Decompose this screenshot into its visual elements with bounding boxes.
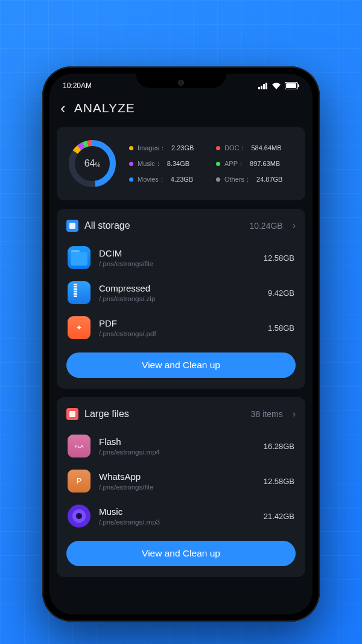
section-card: All storage 10.24GB › DCIM /.pns/estrong… bbox=[57, 209, 305, 389]
screen: 10:20AM ‹ ANALYZE bbox=[49, 74, 313, 614]
legend-label: Others： bbox=[224, 175, 251, 184]
phone-frame: 10:20AM ‹ ANALYZE bbox=[42, 66, 320, 622]
file-info: WhatsApp /.pns/estrongs/file bbox=[99, 471, 255, 491]
file-path: /.pns/estrongs/file bbox=[99, 483, 255, 491]
file-name: PDF bbox=[99, 318, 259, 328]
battery-icon bbox=[285, 82, 299, 89]
legend-dot-icon bbox=[129, 177, 133, 182]
legend-value: 8.34GB bbox=[167, 160, 189, 167]
legend-value: 4.23GB bbox=[171, 176, 193, 183]
section-meta: 10.24GB bbox=[249, 221, 282, 231]
legend-dot-icon bbox=[216, 146, 220, 150]
section-card: Large files 38 items › FLA Flash /.pns/e… bbox=[57, 397, 305, 577]
wifi-icon bbox=[272, 82, 281, 89]
legend-item: APP：897.63MB bbox=[216, 159, 296, 168]
legend-label: Images： bbox=[138, 144, 166, 153]
file-info: PDF /.pns/estrongs/.pdf bbox=[99, 318, 259, 337]
legend-value: 584.64MB bbox=[251, 144, 281, 151]
section-header[interactable]: Large files 38 items › bbox=[66, 408, 296, 420]
file-path: /.pns/estrongs/file bbox=[99, 260, 255, 267]
section-icon bbox=[66, 408, 78, 420]
legend-item: Images：2.23GB bbox=[129, 144, 209, 153]
svg-rect-15 bbox=[69, 411, 75, 417]
file-path: /.pns/estrongs/.pdf bbox=[99, 330, 259, 337]
file-path: /.pns/estrongs/.mp4 bbox=[99, 448, 255, 456]
file-name: Compressed bbox=[99, 283, 259, 293]
file-item[interactable]: P WhatsApp /.pns/estrongs/file 12.58GB bbox=[66, 464, 296, 499]
storage-donut-chart: 64% bbox=[66, 138, 118, 190]
storage-chart-card: 64% Images：2.23GBDOC：584.64MBMusic：8.34G… bbox=[57, 127, 305, 200]
file-item[interactable]: Compressed /.pns/estrongs/.zip 9.42GB bbox=[66, 275, 296, 310]
legend-value: 897.63MB bbox=[250, 160, 280, 167]
legend-item: DOC：584.64MB bbox=[216, 144, 296, 153]
legend-item: Music：8.34GB bbox=[129, 159, 209, 168]
header: ‹ ANALYZE bbox=[49, 94, 313, 127]
file-path: /.pns/estrongs/.zip bbox=[99, 295, 259, 302]
svg-rect-6 bbox=[298, 84, 299, 88]
legend-dot-icon bbox=[129, 162, 133, 166]
chevron-right-icon: › bbox=[293, 409, 296, 419]
file-size: 12.58GB bbox=[264, 253, 294, 263]
section-icon bbox=[66, 220, 78, 232]
legend-label: APP： bbox=[224, 159, 244, 168]
legend-dot-icon bbox=[129, 146, 133, 150]
file-path: /.pns/estrongs/.mp3 bbox=[99, 518, 255, 526]
file-item[interactable]: DCIM /.pns/estrongs/file 12.58GB bbox=[66, 240, 296, 275]
file-name: WhatsApp bbox=[99, 471, 255, 482]
view-clean-button[interactable]: View and Clean up bbox=[66, 352, 296, 378]
chevron-right-icon: › bbox=[293, 220, 296, 231]
file-size: 16.28GB bbox=[264, 442, 294, 451]
legend-label: Movies： bbox=[138, 175, 165, 184]
status-time: 10:20AM bbox=[63, 81, 92, 90]
file-info: DCIM /.pns/estrongs/file bbox=[99, 248, 255, 267]
legend-value: 2.23GB bbox=[171, 144, 194, 151]
zip-icon bbox=[68, 281, 91, 304]
svg-rect-1 bbox=[261, 86, 262, 89]
file-name: Music bbox=[99, 506, 255, 517]
file-item[interactable]: Music /.pns/estrongs/.mp3 21.42GB bbox=[66, 499, 296, 534]
view-clean-button[interactable]: View and Clean up bbox=[66, 541, 296, 566]
file-size: 21.42GB bbox=[264, 512, 294, 521]
file-item[interactable]: ✦ PDF /.pns/estrongs/.pdf 1.58GB bbox=[66, 310, 296, 345]
fla-icon: FLA bbox=[68, 435, 91, 457]
page-title: ANALYZE bbox=[74, 101, 135, 115]
legend-dot-icon bbox=[216, 177, 220, 182]
svg-rect-5 bbox=[286, 83, 296, 88]
status-icons bbox=[258, 82, 299, 89]
p-icon: P bbox=[68, 470, 91, 493]
file-info: Flash /.pns/estrongs/.mp4 bbox=[99, 436, 255, 456]
section-meta: 38 items bbox=[251, 409, 283, 419]
section-title: All storage bbox=[84, 220, 243, 231]
file-size: 12.58GB bbox=[264, 477, 294, 486]
back-button[interactable]: ‹ bbox=[60, 100, 66, 116]
file-info: Music /.pns/estrongs/.mp3 bbox=[99, 506, 255, 526]
music-icon bbox=[68, 505, 91, 528]
legend-item: Others：24.87GB bbox=[216, 175, 296, 184]
svg-rect-2 bbox=[263, 84, 265, 89]
legend-dot-icon bbox=[216, 162, 220, 166]
file-name: Flash bbox=[99, 436, 255, 447]
signal-icon bbox=[258, 83, 268, 89]
notch bbox=[136, 74, 226, 88]
file-name: DCIM bbox=[99, 248, 255, 258]
legend-item: Movies：4.23GB bbox=[129, 175, 209, 184]
svg-rect-0 bbox=[258, 87, 260, 89]
svg-rect-14 bbox=[69, 223, 75, 229]
legend-label: Music： bbox=[138, 159, 162, 168]
donut-center-label: 64% bbox=[66, 138, 118, 190]
section-title: Large files bbox=[84, 409, 245, 419]
folder-icon bbox=[68, 246, 91, 269]
svg-rect-3 bbox=[265, 83, 267, 89]
legend-value: 24.87GB bbox=[256, 176, 282, 183]
file-item[interactable]: FLA Flash /.pns/estrongs/.mp4 16.28GB bbox=[66, 429, 296, 464]
file-info: Compressed /.pns/estrongs/.zip bbox=[99, 283, 259, 302]
file-size: 9.42GB bbox=[268, 289, 294, 298]
pdf-icon: ✦ bbox=[68, 316, 91, 339]
file-size: 1.58GB bbox=[268, 324, 294, 333]
legend-label: DOC： bbox=[224, 144, 246, 153]
storage-legend: Images：2.23GBDOC：584.64MBMusic：8.34GBAPP… bbox=[129, 144, 296, 184]
section-header[interactable]: All storage 10.24GB › bbox=[66, 220, 296, 232]
